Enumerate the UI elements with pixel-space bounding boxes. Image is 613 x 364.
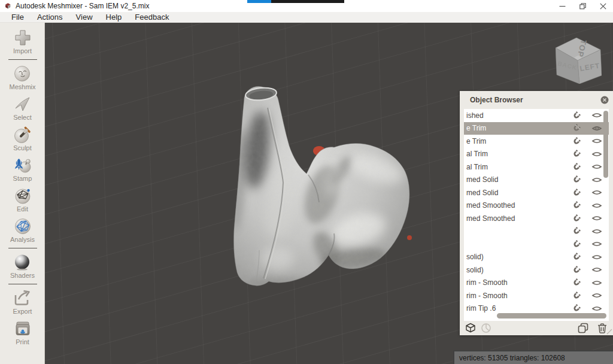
tool-edit-button[interactable]: Edit [14, 187, 32, 213]
tool-stamp-button[interactable]: Stamp [13, 156, 32, 182]
eye-icon[interactable] [591, 175, 602, 184]
object-browser-header[interactable]: Object Browser [460, 91, 613, 109]
tool-label: Print [16, 338, 29, 345]
eye-icon[interactable] [591, 239, 602, 248]
eye-icon[interactable] [591, 124, 602, 133]
tool-print-button[interactable]: Print [14, 320, 32, 345]
nav-cube[interactable]: TOP LEFT BACK [556, 38, 602, 84]
menu-feedback[interactable]: Feedback [128, 12, 175, 23]
tool-label: Export [13, 308, 32, 315]
magnet-icon[interactable] [572, 239, 581, 249]
object-row[interactable]: med Smoothed [464, 199, 609, 213]
close-icon[interactable] [593, 0, 613, 12]
tool-label: Shaders [10, 272, 35, 279]
magnet-icon[interactable] [572, 252, 581, 262]
magnet-icon[interactable] [572, 291, 581, 301]
cube-icon[interactable] [465, 323, 476, 333]
object-row[interactable]: med Smoothed [464, 212, 609, 225]
tool-select-button[interactable]: Select [13, 95, 32, 121]
object-name: med Smoothed [466, 201, 572, 210]
select-arrow-icon [13, 95, 31, 113]
eye-icon[interactable] [591, 111, 602, 120]
object-row[interactable]: solid) [464, 251, 609, 264]
eye-icon[interactable] [591, 227, 602, 236]
export-arrow-icon [13, 289, 31, 307]
minimize-icon[interactable] [552, 0, 572, 12]
object-row[interactable]: al Trim [464, 148, 609, 161]
object-row[interactable]: solid) [464, 263, 609, 277]
object-row[interactable] [464, 225, 609, 238]
vertical-scrollbar-thumb[interactable] [603, 111, 608, 178]
magnet-icon[interactable] [572, 278, 581, 287]
object-name: rim - Smooth [466, 278, 572, 287]
toolbar-divider [8, 59, 37, 60]
pie-chart-icon[interactable] [481, 323, 491, 333]
tool-label: Select [13, 114, 32, 121]
meshmix-sphere-icon [13, 65, 31, 83]
background-window-strip [247, 0, 344, 3]
object-browser-panel: Object Browser ishede Trime Trimal Trima… [460, 91, 613, 335]
magnet-icon[interactable] [572, 214, 581, 223]
magnet-icon[interactable] [572, 226, 581, 236]
object-row[interactable]: rim - Smooth [464, 289, 609, 302]
mesh-stats-text: vertices: 51305 triangles: 102608 [459, 354, 565, 362]
status-bar: vertices: 51305 triangles: 102608 [453, 350, 613, 364]
object-row[interactable]: e Trim [464, 122, 609, 135]
menu-view[interactable]: View [69, 12, 99, 23]
viewport-3d[interactable]: TOP LEFT BACK Object Browser ishede Trim… [45, 23, 613, 364]
object-row[interactable]: rim - Smooth [464, 277, 609, 290]
eye-icon[interactable] [591, 214, 602, 223]
eye-icon[interactable] [591, 265, 602, 274]
menu-help[interactable]: Help [99, 12, 129, 23]
object-row[interactable]: med Solid [464, 174, 609, 187]
eye-icon[interactable] [591, 188, 602, 197]
magnet-icon[interactable] [572, 265, 581, 275]
magnet-icon[interactable] [572, 111, 581, 120]
magnet-icon[interactable] [572, 304, 581, 313]
tool-label: Meshmix [9, 83, 35, 90]
eye-icon[interactable] [591, 201, 602, 210]
horizontal-scrollbar-thumb[interactable] [497, 313, 606, 318]
object-name: al Trim [466, 163, 572, 171]
tool-sculpt-button[interactable]: Sculpt [13, 126, 32, 151]
eye-icon[interactable] [591, 136, 602, 145]
object-name: ished [466, 111, 572, 120]
print-printer-icon [14, 320, 32, 338]
magnet-icon[interactable] [572, 123, 581, 133]
eye-icon[interactable] [591, 253, 602, 262]
eye-icon[interactable] [591, 291, 602, 300]
import-plus-icon [14, 29, 32, 47]
tool-meshmix-button[interactable]: Meshmix [9, 65, 35, 90]
tool-label: Sculpt [13, 144, 32, 151]
tool-shaders-button[interactable]: Shaders [10, 253, 35, 279]
tool-import-button[interactable]: Import [13, 29, 32, 54]
tool-analysis-button[interactable]: Analysis [10, 217, 35, 243]
magnet-icon[interactable] [572, 149, 581, 159]
panel-close-icon[interactable] [600, 95, 609, 105]
magnet-icon[interactable] [572, 136, 581, 146]
object-browser-title: Object Browser [470, 96, 523, 104]
red-marker-edge [407, 235, 412, 240]
object-browser-footer [460, 321, 613, 335]
tool-export-button[interactable]: Export [13, 289, 32, 315]
shaders-sphere-icon [13, 253, 31, 271]
eye-icon[interactable] [591, 304, 602, 313]
duplicate-icon[interactable] [578, 323, 588, 333]
eye-icon[interactable] [591, 162, 602, 171]
eye-icon[interactable] [591, 150, 602, 159]
menu-actions[interactable]: Actions [31, 12, 69, 23]
object-row[interactable]: med Solid [464, 186, 609, 199]
object-row[interactable]: e Trim [464, 135, 609, 148]
menu-file[interactable]: File [5, 12, 31, 23]
object-row[interactable]: ished [464, 109, 609, 122]
magnet-icon[interactable] [572, 162, 581, 172]
magnet-icon[interactable] [572, 201, 581, 210]
panel-resize-grip[interactable] [606, 329, 612, 335]
restore-icon[interactable] [572, 0, 593, 12]
magnet-icon[interactable] [572, 188, 581, 198]
object-row[interactable]: al Trim [464, 160, 609, 174]
eye-icon[interactable] [591, 278, 602, 287]
object-row[interactable] [464, 238, 609, 251]
magnet-icon[interactable] [572, 175, 581, 184]
window-controls [552, 0, 613, 12]
